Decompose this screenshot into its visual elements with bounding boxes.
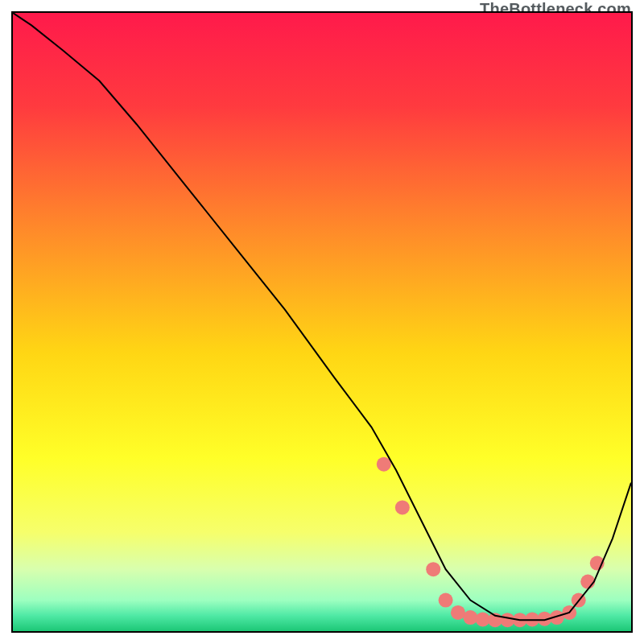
- marker-dot: [426, 562, 440, 576]
- bottleneck-curve: [13, 13, 631, 620]
- marker-dot: [451, 605, 465, 620]
- marker-dot: [476, 612, 490, 626]
- marker-dot: [580, 575, 595, 589]
- plot-area: [11, 11, 633, 633]
- marker-dot: [439, 593, 453, 608]
- marker-dot: [463, 610, 477, 625]
- marker-dot: [395, 500, 410, 514]
- chart-frame: TheBottleneck.com: [0, 0, 644, 644]
- marker-dot: [500, 613, 514, 627]
- highlight-dots: [377, 457, 605, 628]
- curve-layer: [13, 13, 631, 631]
